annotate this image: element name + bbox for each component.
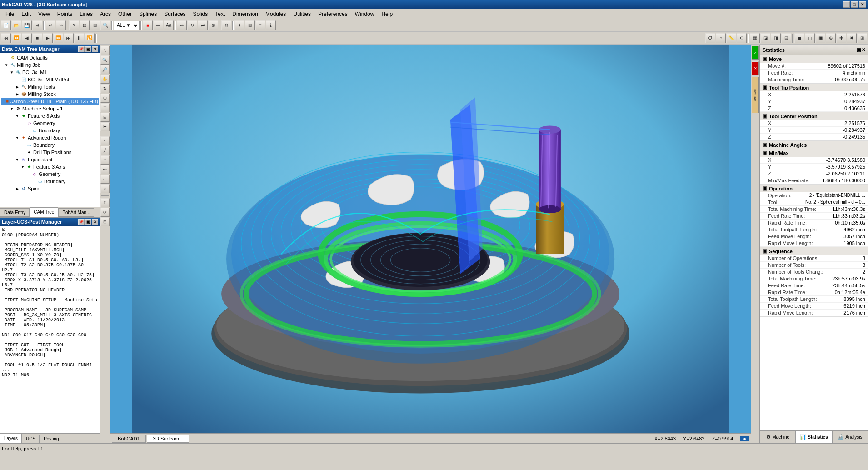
vtb-spline[interactable]: 〜 bbox=[100, 165, 110, 174]
menu-dimension[interactable]: Dimension bbox=[229, 10, 262, 18]
tb-redo[interactable]: ↪ bbox=[56, 20, 66, 30]
vp-tab-3dsurfcam[interactable]: 3D Surfcam... bbox=[147, 435, 189, 443]
section-tool-center-header[interactable]: ▣ Tool Center Position bbox=[760, 112, 868, 120]
vtb-point[interactable]: • bbox=[100, 136, 110, 145]
rvb-green-check[interactable]: ✓ bbox=[752, 46, 759, 60]
menu-surfaces[interactable]: Surfaces bbox=[160, 10, 189, 18]
vtb-top[interactable]: ⊤ bbox=[100, 103, 110, 112]
menu-lines[interactable]: Lines bbox=[76, 10, 96, 18]
tree-item-milling-tools[interactable]: ▶ 🔨 Milling Tools bbox=[1, 83, 99, 90]
menu-file[interactable]: File bbox=[2, 10, 18, 18]
tree-item-machine-setup[interactable]: ▼ ⚙ Machine Setup - 1 bbox=[1, 105, 99, 112]
tree-item-cam-defaults[interactable]: ⚙ CAM Defaults bbox=[1, 54, 99, 61]
tree-item-spiral[interactable]: ▶ ↺ Spiral bbox=[1, 185, 99, 192]
tree-item-milling-stock[interactable]: ▶ 📦 Milling Stock bbox=[1, 90, 99, 98]
tb-tool1[interactable]: ◼ bbox=[794, 33, 804, 43]
cam-tree-close[interactable]: ✕ bbox=[92, 46, 98, 52]
tb-play-loop[interactable]: 🔁 bbox=[85, 33, 95, 43]
menu-preferences[interactable]: Preferences bbox=[314, 10, 351, 18]
tb-play-back[interactable]: ◀ bbox=[22, 33, 32, 43]
vtb-arc[interactable]: ◠ bbox=[100, 155, 110, 165]
vtb-select[interactable]: ↖ bbox=[100, 46, 110, 55]
stats-tab-statistics[interactable]: 📊 Statistics bbox=[796, 431, 832, 443]
tab-bobart-man[interactable]: BobArt Man... bbox=[58, 208, 94, 217]
tb-shade2[interactable]: ◪ bbox=[760, 33, 770, 43]
tree-item-carbon-steel[interactable]: ■ Carbon Steel 1018 - Plain (100-125 HB) bbox=[1, 98, 99, 105]
tb-move[interactable]: ⇔ bbox=[177, 20, 187, 30]
tb-shade1[interactable]: ▦ bbox=[750, 33, 760, 43]
tb-save[interactable]: 💾 bbox=[22, 20, 32, 30]
tb-settings2[interactable]: ⚙ bbox=[737, 33, 747, 43]
tab-data-entry[interactable]: Data Entry bbox=[0, 208, 30, 217]
tree-item-equidistant[interactable]: ▼ ≋ Equidistant bbox=[1, 156, 99, 163]
vtb-zoom-in[interactable]: 🔍 bbox=[100, 55, 110, 65]
vtb-extrude[interactable]: ⬆ bbox=[100, 198, 110, 207]
tab-cam-tree[interactable]: CAM Tree bbox=[30, 207, 58, 217]
vtb-rotate[interactable]: ↻ bbox=[100, 84, 110, 93]
menu-utilities[interactable]: Utilities bbox=[289, 10, 314, 18]
tb-scale[interactable]: ⊕ bbox=[208, 20, 218, 30]
vtb-pan[interactable]: ✋ bbox=[100, 75, 110, 84]
menu-arcs[interactable]: Arcs bbox=[96, 10, 115, 18]
tab-ucs[interactable]: UCS bbox=[22, 435, 40, 443]
tb-deselect[interactable]: ⊡ bbox=[80, 20, 90, 30]
menu-splines[interactable]: Splines bbox=[135, 10, 160, 18]
menu-help[interactable]: Help bbox=[378, 10, 396, 18]
menu-edit[interactable]: Edit bbox=[18, 10, 35, 18]
snap-dropdown[interactable]: ALL ▼ bbox=[114, 21, 140, 30]
section-minmax-header[interactable]: ▣ Min/Max bbox=[760, 149, 868, 157]
tb-play-forward[interactable]: ▶ bbox=[43, 33, 53, 43]
menu-modules[interactable]: Modules bbox=[262, 10, 289, 18]
section-move-header[interactable]: ▣ Move bbox=[760, 55, 868, 63]
tb-tool3[interactable]: ▣ bbox=[815, 33, 825, 43]
tb-color[interactable]: ■ bbox=[143, 20, 153, 30]
tb-tool2[interactable]: ◻ bbox=[805, 33, 815, 43]
tb-tool4[interactable]: ⊕ bbox=[826, 33, 836, 43]
menu-other[interactable]: Other bbox=[115, 10, 135, 18]
menu-solids[interactable]: Solids bbox=[190, 10, 212, 18]
tb-select[interactable]: ↖ bbox=[69, 20, 79, 30]
tb-play-prev[interactable]: ⏪ bbox=[11, 33, 21, 43]
tb-snap[interactable]: ✦ bbox=[234, 20, 244, 30]
section-op-header[interactable]: ▣ Operation bbox=[760, 185, 868, 192]
tb-refresh[interactable]: ♻ bbox=[221, 20, 231, 30]
vtb-revolve[interactable]: ⟳ bbox=[100, 208, 110, 217]
tb-play-end[interactable]: ⏭ bbox=[64, 33, 74, 43]
vtb-zoom-out[interactable]: 🔎 bbox=[100, 65, 110, 74]
tree-item-bc3x-pst[interactable]: 📄 BC_3x_Mill.MillPst bbox=[1, 76, 99, 83]
vtb-front[interactable]: ⊟ bbox=[100, 113, 110, 122]
tb-open[interactable]: 📂 bbox=[11, 20, 21, 30]
vp-tab-bobcad1[interactable]: BobCAD1 bbox=[112, 435, 146, 443]
progress-bar[interactable] bbox=[100, 35, 700, 41]
tb-info[interactable]: ℹ bbox=[266, 20, 276, 30]
tb-layers[interactable]: ≡ bbox=[255, 20, 265, 30]
cam-tree-pin[interactable]: 📌 bbox=[78, 46, 85, 52]
stats-tab-machine[interactable]: ⚙ Machine bbox=[760, 431, 796, 443]
tb-rotate[interactable]: ↻ bbox=[187, 20, 197, 30]
cam-tree-float[interactable]: ▣ bbox=[85, 46, 91, 52]
menu-points[interactable]: Points bbox=[54, 10, 76, 18]
menu-text[interactable]: Text bbox=[211, 10, 229, 18]
rvb-red-x[interactable]: ✕ bbox=[752, 61, 759, 75]
tab-posting[interactable]: Posting bbox=[40, 435, 63, 443]
vtb-rect[interactable]: ▭ bbox=[100, 175, 110, 184]
stats-tab-analysis[interactable]: 🔬 Analysis bbox=[832, 431, 868, 443]
tree-item-bc3x[interactable]: ▼ 🔩 BC_3x_Mill bbox=[1, 69, 99, 76]
tb-tool5[interactable]: ✚ bbox=[836, 33, 846, 43]
tb-mirror[interactable]: ⇄ bbox=[198, 20, 208, 30]
tree-item-feature3ax[interactable]: ▼ ★ Feature 3 Axis bbox=[1, 112, 99, 120]
tb-play-start[interactable]: ⏮ bbox=[1, 33, 11, 43]
tree-item-milling-job[interactable]: ▼ 🔧 Milling Job bbox=[1, 61, 99, 69]
tree-item-boundary[interactable]: ▭ Boundary bbox=[1, 127, 99, 134]
minimize-button[interactable]: ─ bbox=[843, 1, 850, 8]
tb-measure[interactable]: 📏 bbox=[726, 33, 736, 43]
tb-zoom-all[interactable]: ⊞ bbox=[90, 20, 100, 30]
vtb-right[interactable]: ⊢ bbox=[100, 122, 110, 131]
tree-item-boundary3[interactable]: ▭ Boundary bbox=[1, 178, 99, 185]
vtb-iso[interactable]: ⬡ bbox=[100, 94, 110, 103]
section-seq-header[interactable]: ▣ Sequence bbox=[760, 247, 868, 255]
layer-ucs-close[interactable]: ✕ bbox=[92, 219, 98, 225]
vtb-circle[interactable]: ○ bbox=[100, 184, 110, 193]
vtb-line[interactable]: ╱ bbox=[100, 146, 110, 155]
stats-float-btn[interactable]: ▣ bbox=[857, 47, 861, 52]
